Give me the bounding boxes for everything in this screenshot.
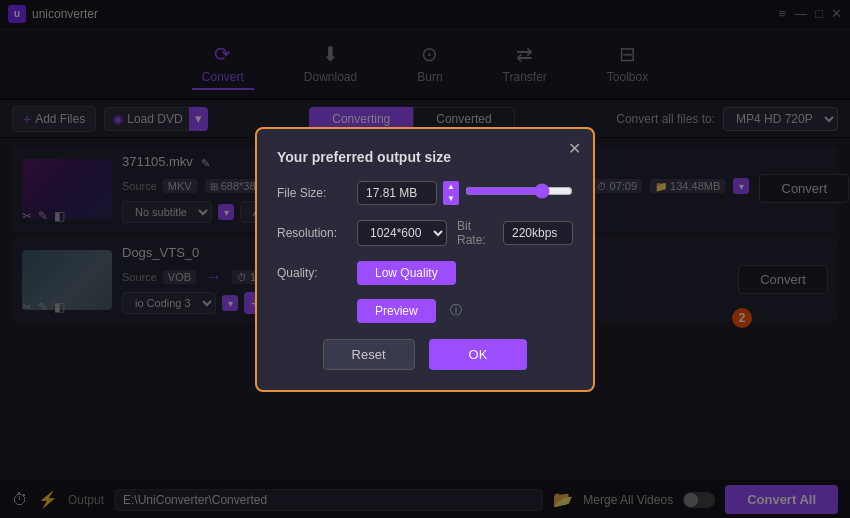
filesize-slider[interactable] (465, 183, 573, 199)
resolution-selector[interactable]: 1024*600 (357, 220, 447, 246)
bitrate-label: Bit Rate: (457, 219, 493, 247)
filesize-slider-wrap (465, 183, 573, 202)
modal-quality-row: Quality: Low Quality (277, 261, 573, 285)
resolution-label: Resolution: (277, 226, 347, 240)
modal-resolution-row: Resolution: 1024*600 Bit Rate: (277, 219, 573, 247)
output-size-modal: Your preferred output size ✕ File Size: … (255, 127, 595, 392)
quality-label: Quality: (277, 266, 347, 280)
preview-info-icon: ⓘ (450, 302, 462, 319)
reset-button[interactable]: Reset (323, 339, 415, 370)
quality-button[interactable]: Low Quality (357, 261, 456, 285)
spin-up[interactable]: ▲ (443, 181, 459, 193)
modal-filesize-row: File Size: ▲ ▼ (277, 181, 573, 205)
filesize-label: File Size: (277, 186, 347, 200)
bitrate-input[interactable] (503, 221, 573, 245)
modal-close-button[interactable]: ✕ (568, 139, 581, 158)
spin-down[interactable]: ▼ (443, 193, 459, 205)
modal-title: Your preferred output size (277, 149, 573, 165)
modal-overlay: Your preferred output size ✕ File Size: … (0, 0, 850, 518)
filesize-input[interactable] (357, 181, 437, 205)
modal-footer: Reset OK (277, 339, 573, 370)
ok-button[interactable]: OK (429, 339, 528, 370)
modal-preview-row: Preview ⓘ (277, 299, 573, 323)
spin-buttons: ▲ ▼ (443, 181, 459, 205)
preview-button[interactable]: Preview (357, 299, 436, 323)
filesize-input-group: ▲ ▼ (357, 181, 573, 205)
resolution-input-group: 1024*600 (357, 220, 447, 246)
